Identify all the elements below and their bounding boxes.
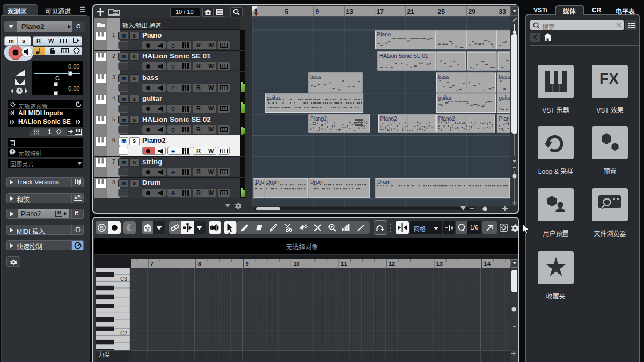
svg-text:33: 33 — [499, 8, 507, 16]
svg-text:力度: 力度 — [98, 351, 110, 358]
svg-text:5: 5 — [285, 8, 289, 16]
svg-text:Drum: Drum — [266, 179, 279, 185]
svg-text:S: S — [100, 225, 104, 231]
svg-text:13: 13 — [436, 261, 443, 267]
svg-text:bass: bass — [310, 74, 321, 80]
svg-text:29: 29 — [469, 8, 476, 16]
svg-text:HALion Sonic SE 01: HALion Sonic SE 01 — [379, 53, 428, 59]
svg-text:7: 7 — [150, 261, 153, 267]
svg-text:bass: bass — [438, 74, 450, 80]
svg-text:bass: bass — [499, 74, 510, 80]
svg-text:9: 9 — [316, 8, 319, 16]
svg-text:Piano2: Piano2 — [380, 116, 398, 122]
svg-text:Piano2: Piano2 — [499, 116, 511, 122]
svg-text:11: 11 — [341, 261, 347, 267]
svg-text:10: 10 — [293, 261, 299, 267]
svg-text:guitar: guitar — [267, 95, 281, 101]
svg-text:14: 14 — [484, 261, 491, 267]
svg-text:Piano2: Piano2 — [438, 116, 456, 122]
svg-text:Piano2: Piano2 — [310, 116, 327, 122]
svg-text:9: 9 — [246, 261, 249, 267]
svg-text:25: 25 — [438, 8, 445, 16]
svg-text:guitar: guitar — [438, 95, 452, 101]
svg-text:13: 13 — [346, 8, 354, 16]
svg-text:17: 17 — [377, 8, 384, 16]
svg-text:C2: C2 — [120, 330, 127, 336]
svg-text:Drum: Drum — [310, 179, 323, 185]
svg-text:8: 8 — [198, 261, 201, 267]
svg-text:Piano: Piano — [377, 32, 391, 38]
svg-text:21: 21 — [407, 8, 415, 16]
svg-text:C3: C3 — [120, 276, 127, 282]
svg-text:12: 12 — [389, 261, 395, 267]
svg-text:Drum: Drum — [377, 179, 390, 185]
svg-text:guitar: guitar — [499, 95, 511, 101]
